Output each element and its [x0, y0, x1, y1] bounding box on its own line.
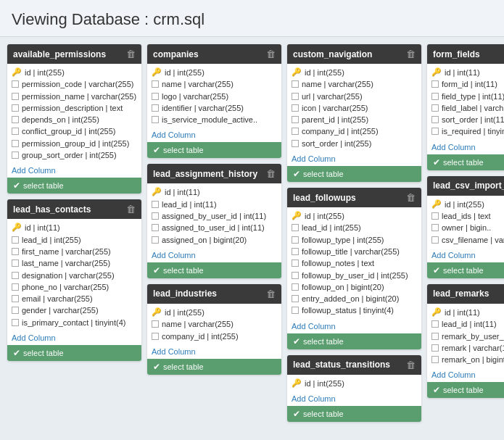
add-column-link[interactable]: Add Column	[287, 320, 421, 333]
field-checkbox[interactable]	[12, 307, 19, 314]
trash-icon[interactable]: 🗑	[266, 49, 276, 59]
field-checkbox[interactable]	[431, 356, 439, 363]
field-checkbox[interactable]	[12, 248, 19, 255]
field-checkbox[interactable]	[431, 93, 439, 100]
field-checkbox[interactable]	[152, 104, 159, 112]
select-table-button[interactable]: ✔select table	[147, 359, 281, 375]
field-checkbox[interactable]	[12, 151, 19, 159]
add-column-link[interactable]: Add Column	[287, 152, 421, 166]
field-checkbox[interactable]	[431, 320, 439, 328]
field-row: owner | bigin..	[431, 222, 504, 233]
field-checkbox[interactable]	[12, 140, 19, 147]
field-checkbox[interactable]	[292, 116, 299, 123]
select-table-button[interactable]: ✔select table	[287, 166, 421, 182]
trash-icon[interactable]: 🗑	[266, 168, 276, 179]
field-checkbox[interactable]	[292, 80, 299, 88]
trash-icon[interactable]: 🗑	[406, 192, 416, 203]
field-checkbox[interactable]	[152, 333, 159, 340]
check-icon: ✔	[293, 169, 300, 179]
field-checkbox[interactable]	[152, 224, 159, 231]
key-icon: 🔑	[431, 67, 442, 77]
field-checkbox[interactable]	[292, 272, 299, 279]
field-checkbox[interactable]	[431, 80, 439, 88]
field-checkbox[interactable]	[12, 116, 19, 123]
field-checkbox[interactable]	[152, 116, 159, 123]
field-checkbox[interactable]	[292, 283, 299, 291]
field-checkbox[interactable]	[431, 236, 439, 244]
select-table-button[interactable]: ✔select table	[287, 406, 421, 422]
add-column-link[interactable]: Add Column	[7, 331, 141, 345]
field-checkbox[interactable]	[292, 128, 299, 135]
trash-icon[interactable]: 🗑	[126, 204, 136, 215]
field-checkbox[interactable]	[431, 224, 439, 231]
field-checkbox[interactable]	[292, 236, 299, 244]
trash-icon[interactable]: 🗑	[406, 360, 416, 370]
add-column-link[interactable]: Add Column	[287, 392, 421, 406]
select-table-button[interactable]: ✔select table	[427, 154, 504, 170]
field-text: company_id | int(255)	[162, 331, 239, 341]
field-text: followup_status | tinyint(4)	[302, 305, 394, 315]
select-table-button[interactable]: ✔select table	[7, 345, 141, 361]
field-checkbox[interactable]	[12, 283, 19, 291]
trash-icon[interactable]: 🗑	[406, 49, 416, 59]
field-text: lead_id | int(255)	[302, 223, 361, 233]
add-column-link[interactable]: Add Column	[147, 249, 281, 262]
field-row: remark | varchar(10..	[431, 342, 504, 354]
trash-icon[interactable]: 🗑	[266, 289, 276, 299]
table-card-header: lead_has_contacts🗑	[7, 199, 141, 219]
field-text: id | int(255)	[305, 378, 344, 389]
field-row: sort_order | int(11)	[431, 114, 504, 125]
field-checkbox[interactable]	[12, 272, 19, 279]
field-checkbox[interactable]	[292, 93, 299, 100]
field-checkbox[interactable]	[12, 295, 19, 302]
field-checkbox[interactable]	[292, 307, 299, 314]
field-checkbox[interactable]	[431, 333, 439, 340]
field-checkbox[interactable]	[152, 201, 159, 208]
field-checkbox[interactable]	[152, 80, 159, 88]
field-checkbox[interactable]	[152, 320, 159, 328]
table-name: available_permissions	[13, 49, 106, 59]
field-row: sort_order | int(255)	[292, 138, 417, 149]
select-table-button[interactable]: ✔select table	[7, 178, 141, 194]
field-checkbox[interactable]	[12, 80, 19, 88]
field-checkbox[interactable]	[152, 212, 159, 220]
field-checkbox[interactable]	[292, 248, 299, 255]
add-column-link[interactable]: Add Column	[427, 141, 504, 154]
table-card: lead_industries🗑🔑id | int(255)name | var…	[147, 284, 281, 375]
field-checkbox[interactable]	[431, 104, 439, 112]
trash-icon[interactable]: 🗑	[126, 49, 136, 59]
field-checkbox[interactable]	[431, 116, 439, 123]
field-checkbox[interactable]	[431, 212, 439, 220]
select-table-button[interactable]: ✔select table	[147, 262, 281, 278]
add-column-link[interactable]: Add Column	[7, 164, 141, 178]
field-checkbox[interactable]	[292, 224, 299, 231]
field-checkbox[interactable]	[12, 319, 19, 326]
add-column-link[interactable]: Add Column	[427, 368, 504, 382]
field-checkbox[interactable]	[12, 128, 19, 135]
select-table-button[interactable]: ✔select table	[427, 262, 504, 278]
field-checkbox[interactable]	[152, 93, 159, 100]
field-checkbox[interactable]	[12, 104, 19, 112]
field-row: name | varchar(255)	[152, 78, 277, 90]
add-column-link[interactable]: Add Column	[147, 128, 281, 142]
field-checkbox[interactable]	[292, 295, 299, 302]
field-checkbox[interactable]	[292, 260, 299, 267]
key-icon: 🔑	[292, 378, 302, 388]
select-table-button[interactable]: ✔select table	[147, 142, 281, 158]
field-row: is_service_module_active..	[152, 114, 277, 125]
add-column-link[interactable]: Add Column	[427, 249, 504, 262]
select-table-button[interactable]: ✔select table	[427, 382, 504, 398]
table-card: custom_navigation🗑🔑id | int(255)name | v…	[287, 44, 421, 182]
field-checkbox[interactable]	[152, 236, 159, 244]
field-checkbox[interactable]	[12, 236, 19, 244]
add-column-link[interactable]: Add Column	[147, 345, 281, 359]
field-checkbox[interactable]	[431, 344, 439, 352]
field-row: assigned_on | bigint(20)	[152, 234, 277, 246]
field-checkbox[interactable]	[12, 93, 19, 100]
field-checkbox[interactable]	[292, 140, 299, 147]
select-table-button[interactable]: ✔select table	[287, 333, 421, 349]
field-checkbox[interactable]	[12, 260, 19, 267]
table-card-header: lead_status_transitions🗑	[287, 355, 421, 375]
field-checkbox[interactable]	[431, 128, 439, 135]
field-checkbox[interactable]	[292, 104, 299, 112]
